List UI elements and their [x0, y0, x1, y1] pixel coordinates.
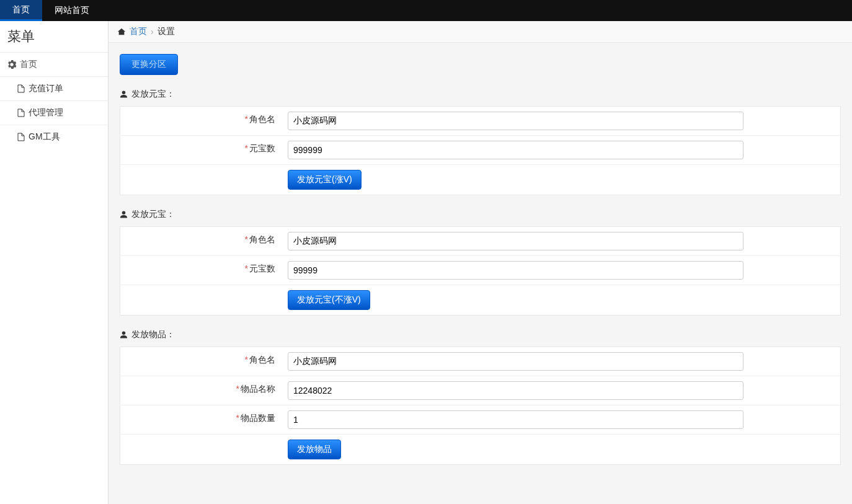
person-icon	[120, 90, 128, 99]
section3-item-input[interactable]	[288, 381, 743, 400]
sidebar-item-label: GM工具	[29, 131, 60, 143]
sidebar-item-recharge[interactable]: 充值订单	[0, 76, 108, 100]
amount-label: *元宝数	[120, 136, 282, 164]
sidebar-item-label: 代理管理	[29, 107, 63, 118]
sidebar-item-home[interactable]: 首页	[0, 52, 108, 76]
breadcrumb-home-link[interactable]: 首页	[130, 26, 147, 37]
person-icon	[120, 330, 128, 339]
section2-role-input[interactable]	[288, 232, 743, 250]
breadcrumb: 首页 › 设置	[109, 21, 852, 43]
breadcrumb-current: 设置	[158, 26, 175, 37]
sidebar-item-label: 充值订单	[29, 83, 63, 94]
amount-label: *元宝数	[120, 256, 282, 285]
sidebar-title: 菜单	[0, 21, 108, 52]
role-label: *角色名	[120, 347, 282, 376]
topbar-tab-site[interactable]: 网站首页	[42, 0, 102, 21]
role-label: *角色名	[120, 227, 282, 255]
chevron-right-icon: ›	[151, 27, 154, 37]
section2-amount-input[interactable]	[288, 261, 743, 280]
section3-title: 发放物品：	[120, 329, 841, 340]
section1-role-input[interactable]	[288, 112, 743, 130]
section3-submit-button[interactable]: 发放物品	[288, 440, 341, 459]
section3-form: *角色名 *物品名称 *物品数量 发放物品	[120, 347, 841, 465]
qty-label: *物品数量	[120, 405, 282, 434]
section1-form: *角色名 *元宝数 发放元宝(涨V)	[120, 106, 841, 195]
section3-qty-input[interactable]	[288, 410, 743, 429]
role-label: *角色名	[120, 107, 282, 135]
sidebar: 菜单 首页 充值订单 代理管理 GM工具	[0, 21, 109, 504]
home-icon	[117, 27, 126, 36]
item-label: *物品名称	[120, 376, 282, 405]
section1-title: 发放元宝：	[120, 89, 841, 100]
file-icon	[17, 133, 25, 141]
sidebar-item-label: 首页	[20, 59, 37, 70]
topbar-tab-home[interactable]: 首页	[0, 0, 42, 21]
gear-icon	[7, 60, 16, 69]
sidebar-item-agent[interactable]: 代理管理	[0, 100, 108, 125]
main: 首页 › 设置 更换分区 发放元宝： *角色名 *元宝数	[109, 21, 852, 504]
file-icon	[17, 108, 25, 117]
section2-form: *角色名 *元宝数 发放元宝(不涨V)	[120, 226, 841, 316]
sidebar-item-gm[interactable]: GM工具	[0, 125, 108, 149]
person-icon	[120, 210, 128, 219]
section2-submit-button[interactable]: 发放元宝(不涨V)	[288, 290, 370, 310]
section3-role-input[interactable]	[288, 352, 743, 371]
swap-zone-button[interactable]: 更换分区	[120, 54, 178, 75]
topbar: 首页 网站首页	[0, 0, 852, 21]
section1-submit-button[interactable]: 发放元宝(涨V)	[288, 170, 362, 190]
section2-title: 发放元宝：	[120, 209, 841, 220]
section1-amount-input[interactable]	[288, 141, 743, 159]
file-icon	[17, 84, 25, 93]
